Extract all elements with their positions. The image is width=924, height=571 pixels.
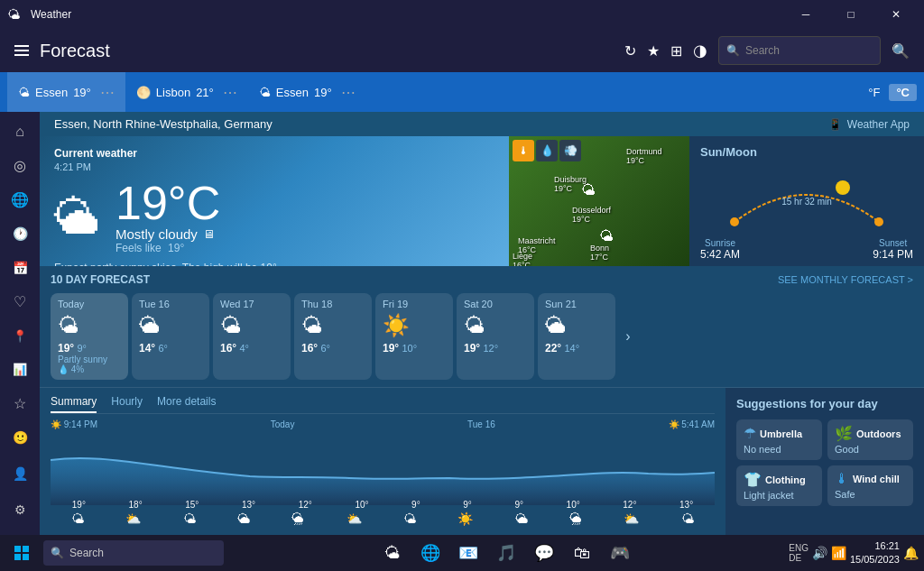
toolbar-actions: ↻ ★ ⊞ ◑ 🔍 Search 🔍 bbox=[624, 36, 910, 65]
map-panel: 🌡 💧 💨 Dortmund19°C Duisburg19°C Düsseldo… bbox=[509, 136, 689, 266]
favorite-icon[interactable]: ★ bbox=[647, 42, 660, 60]
chart-icon: 🌤 bbox=[403, 511, 416, 526]
sidebar-icon-chart[interactable]: 📊 bbox=[2, 354, 38, 386]
taskbar-app-browser[interactable]: 🌐 bbox=[414, 535, 447, 571]
taskbar-app-mail[interactable]: 📧 bbox=[452, 535, 485, 571]
close-button[interactable]: ✕ bbox=[875, 0, 917, 29]
map-wind-button[interactable]: 💨 bbox=[559, 140, 581, 161]
sunrise: Sunrise 5:42 AM bbox=[700, 238, 740, 261]
forecast-day-6[interactable]: Sun 21 🌥 22° 14° bbox=[538, 293, 615, 380]
temp-label: 13° bbox=[242, 500, 255, 510]
city-item-0[interactable]: 🌤 Essen 19° ⋯ bbox=[7, 72, 125, 112]
forecast-day-2[interactable]: Wed 17 🌤 16° 4° bbox=[213, 293, 291, 380]
city-icon-1: 🌕 bbox=[136, 86, 151, 99]
sidebar-icon-clock[interactable]: 🕐 bbox=[2, 217, 38, 250]
volume-icon[interactable]: 🔊 bbox=[812, 546, 827, 560]
sidebar-icon-heart[interactable]: ♡ bbox=[2, 286, 38, 318]
cities-bar: 🌤 Essen 19° ⋯ 🌕 Lisbon 21° ⋯ 🌤 Essen 19°… bbox=[0, 72, 924, 112]
monthly-forecast-link[interactable]: SEE MONTHLY FORECAST > bbox=[778, 274, 913, 285]
sidebar-icon-home[interactable]: ⌂ bbox=[2, 115, 38, 148]
temp-info: 19°C Mostly cloudy 🖥 Feels like 19° bbox=[116, 180, 220, 254]
map-label-bonn: Bonn17°C bbox=[590, 244, 609, 262]
minimize-button[interactable]: ─ bbox=[785, 0, 827, 29]
taskbar-right: ENGDE 🔊 📶 16:21 15/05/2023 🔔 bbox=[789, 539, 924, 567]
network-icon[interactable]: 📶 bbox=[831, 546, 846, 560]
outdoors-icon: 🌿 bbox=[835, 425, 853, 442]
temp-label: 9° bbox=[514, 500, 523, 510]
city-name-0: Essen bbox=[35, 86, 68, 99]
map-rain-button[interactable]: 💧 bbox=[536, 140, 558, 161]
chart-section: Summary Hourly More details ☀️ 9:14 PM T… bbox=[40, 388, 725, 535]
taskbar-app-game[interactable]: 🎮 bbox=[604, 535, 636, 571]
svg-point-0 bbox=[730, 217, 739, 226]
sidebar-icon-maps[interactable]: ◎ bbox=[2, 150, 38, 182]
temp-chart-svg bbox=[51, 433, 715, 505]
sidebar-bottom: 👤 ⚙ bbox=[2, 456, 38, 528]
suggestion-umbrella-header: ☂ Umbrella bbox=[744, 425, 815, 442]
city-more-1[interactable]: ⋯ bbox=[223, 84, 237, 101]
main-content: ⌂ ◎ 🌐 🕐 📅 ♡ 📍 📊 ☆ 🙂 👤 ⚙ Essen, North Rhi… bbox=[0, 112, 924, 535]
forecast-next-button[interactable]: › bbox=[619, 328, 637, 345]
taskbar-app-music[interactable]: 🎵 bbox=[490, 535, 522, 571]
svg-rect-5 bbox=[14, 546, 21, 552]
forecast-day-5[interactable]: Sat 20 🌤 19° 12° bbox=[457, 293, 534, 380]
suggestion-windchill-header: 🌡 Wind chill bbox=[835, 471, 906, 487]
celsius-button[interactable]: °C bbox=[889, 84, 917, 101]
hamburger-menu[interactable] bbox=[14, 45, 29, 56]
taskbar-app-store[interactable]: 🛍 bbox=[566, 535, 598, 571]
maximize-button[interactable]: □ bbox=[830, 0, 872, 29]
chart-icon: 🌦 bbox=[291, 511, 304, 526]
taskbar-app-weather[interactable]: 🌤 bbox=[376, 535, 409, 571]
clothing-icon: 👕 bbox=[744, 471, 762, 488]
fahrenheit-button[interactable]: °F bbox=[861, 84, 887, 101]
toolbar-title: Forecast bbox=[40, 41, 110, 61]
chart-tab-more-details[interactable]: More details bbox=[157, 395, 216, 413]
sidebar-icon-emoji[interactable]: 🙂 bbox=[2, 421, 38, 454]
notification-icon[interactable]: 🔔 bbox=[903, 546, 919, 560]
sidebar-icon-star[interactable]: ☆ bbox=[2, 388, 38, 420]
search-placeholder: Search bbox=[745, 44, 780, 57]
taskbar-store-icon: 🛍 bbox=[574, 544, 590, 563]
pin-icon[interactable]: ⊞ bbox=[670, 42, 682, 60]
forecast-day-0[interactable]: Today 🌤 19° 9° Partly sunny 💧 4% bbox=[51, 293, 128, 380]
chart-icon: 🌥 bbox=[237, 511, 250, 526]
chart-tabs: Summary Hourly More details bbox=[51, 395, 715, 414]
forecast-day-4[interactable]: Fri 19 ☀️ 19° 10° bbox=[375, 293, 453, 380]
city-more-0[interactable]: ⋯ bbox=[100, 84, 115, 101]
temp-label: 15° bbox=[185, 500, 199, 510]
map-temp-button[interactable]: 🌡 bbox=[513, 140, 534, 161]
chart-tab-summary[interactable]: Summary bbox=[51, 395, 97, 413]
mode-icon[interactable]: ◑ bbox=[693, 41, 707, 60]
suggestion-clothing: 👕 Clothing Light jacket bbox=[736, 465, 822, 506]
sidebar-icon-globe[interactable]: 🌐 bbox=[2, 183, 38, 216]
search-bar[interactable]: 🔍 Search bbox=[718, 36, 881, 65]
start-button[interactable] bbox=[4, 535, 40, 571]
clock[interactable]: 16:21 15/05/2023 bbox=[850, 539, 900, 567]
forecast-day-1[interactable]: Tue 16 🌥 14° 6° bbox=[132, 293, 209, 380]
chart-icon: 🌤 bbox=[71, 511, 84, 526]
chart-time-labels: ☀️ 9:14 PM Today Tue 16 ☀️ 5:41 AM bbox=[51, 419, 715, 429]
forecast-section: 10 DAY FORECAST SEE MONTHLY FORECAST > T… bbox=[40, 266, 924, 387]
forecast-day-3[interactable]: Thu 18 🌤 16° 6° bbox=[294, 293, 372, 380]
city-item-1[interactable]: 🌕 Lisbon 21° ⋯ bbox=[125, 72, 248, 112]
bottom-section: Summary Hourly More details ☀️ 9:14 PM T… bbox=[40, 387, 924, 535]
taskbar-app-chat[interactable]: 💬 bbox=[528, 535, 560, 571]
sidebar-icon-settings[interactable]: ⚙ bbox=[2, 492, 38, 528]
chart-tab-hourly[interactable]: Hourly bbox=[111, 395, 143, 413]
taskbar-center: 🌤 🌐 📧 🎵 💬 🛍 🎮 bbox=[376, 535, 636, 571]
taskbar-search[interactable]: 🔍 Search bbox=[43, 540, 224, 566]
temp-label: 10° bbox=[355, 500, 368, 510]
refresh-icon[interactable]: ↻ bbox=[624, 42, 636, 60]
sidebar-icon-calendar[interactable]: 📅 bbox=[2, 252, 38, 284]
sidebar: ⌂ ◎ 🌐 🕐 📅 ♡ 📍 📊 ☆ 🙂 👤 ⚙ bbox=[0, 112, 40, 535]
sun-arc-container: 15 hr 32 min bbox=[700, 168, 913, 235]
sidebar-icon-account[interactable]: 👤 bbox=[2, 456, 38, 492]
monitor-icon: 🖥 bbox=[203, 227, 215, 241]
weather-description: Mostly cloudy bbox=[116, 226, 198, 242]
city-more-2[interactable]: ⋯ bbox=[341, 84, 356, 101]
content-area: Essen, North Rhine-Westphalia, Germany 📱… bbox=[40, 112, 924, 535]
city-item-2[interactable]: 🌤 Essen 19° ⋯ bbox=[248, 72, 366, 112]
sidebar-icon-location[interactable]: 📍 bbox=[2, 319, 38, 352]
search-button[interactable]: 🔍 bbox=[892, 42, 910, 60]
weather-app-button[interactable]: 📱 Weather App bbox=[828, 118, 910, 131]
